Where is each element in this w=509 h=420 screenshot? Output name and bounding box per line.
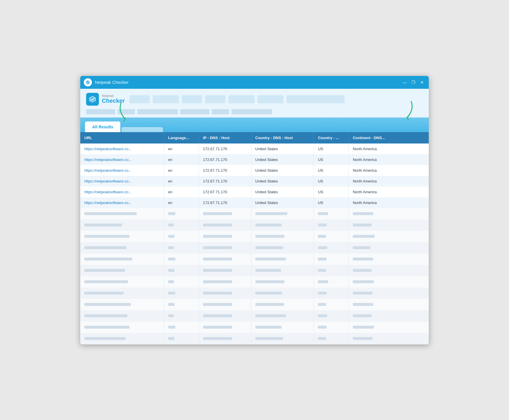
skeleton-cell — [251, 322, 314, 333]
cell-country: US — [314, 165, 349, 176]
skeleton-cell — [314, 242, 349, 254]
minimize-button[interactable]: — — [401, 79, 408, 86]
window-controls: — ❐ ✕ — [401, 79, 425, 86]
cell-url: https://netpeaksoftware.co... — [80, 187, 164, 197]
cell-language: en — [164, 154, 199, 165]
skeleton-cell — [199, 265, 251, 276]
table-row: https://netpeaksoftware.co... en 172.67.… — [80, 197, 429, 208]
cell-country: US — [314, 154, 349, 165]
skeleton-cell — [164, 322, 199, 333]
subbar-6 — [232, 109, 272, 114]
skeleton-row — [80, 254, 429, 265]
skeleton-row — [80, 322, 429, 333]
skeleton-cell — [251, 231, 314, 242]
skeleton-cell — [314, 254, 349, 265]
skeleton-cell — [164, 333, 199, 344]
skeleton-cell — [80, 322, 164, 333]
cell-country: US — [314, 187, 349, 197]
brand-name: Netpeak — [102, 94, 125, 98]
skeleton-cell — [251, 265, 314, 276]
skeleton-cell — [199, 310, 251, 322]
skeleton-cell — [348, 208, 429, 219]
cell-url: https://netpeaksoftware.co... — [80, 165, 164, 176]
col-header-continent: Continent - DNS... — [348, 132, 429, 143]
skeleton-cell — [251, 310, 314, 322]
cell-country-dns: United States — [251, 176, 314, 187]
cell-continent: North America — [348, 165, 429, 176]
skeleton-cell — [199, 242, 251, 254]
skeleton-cell — [314, 310, 349, 322]
subbar-1 — [86, 109, 115, 114]
cell-country: US — [314, 176, 349, 187]
toolbar-placeholder-7 — [286, 95, 345, 103]
skeleton-row — [80, 231, 429, 242]
app-icon — [84, 78, 92, 86]
cell-country: US — [314, 197, 349, 208]
skeleton-cell — [348, 310, 429, 322]
toolbar-placeholder-5 — [228, 95, 254, 103]
skeleton-cell — [314, 333, 349, 344]
skeleton-cell — [199, 299, 251, 310]
skeleton-cell — [251, 276, 314, 288]
skeleton-cell — [164, 288, 199, 299]
cell-continent: North America — [348, 143, 429, 154]
skeleton-cell — [80, 219, 164, 231]
cell-url: https://netpeaksoftware.co... — [80, 143, 164, 154]
close-button[interactable]: ✕ — [419, 79, 425, 86]
skeleton-cell — [348, 276, 429, 288]
skeleton-cell — [314, 299, 349, 310]
skeleton-cell — [314, 288, 349, 299]
skeleton-cell — [348, 242, 429, 254]
header-toolbar — [129, 95, 423, 103]
skeleton-cell — [80, 208, 164, 219]
toolbar-placeholder-3 — [182, 95, 202, 103]
table-row: https://netpeaksoftware.co... en 172.67.… — [80, 154, 429, 165]
cell-ip: 172.67.71.170 — [199, 165, 251, 176]
subbar-5 — [212, 109, 229, 114]
skeleton-cell — [314, 208, 349, 219]
results-table: URL Language... IP - DNS : Host Country … — [80, 132, 429, 344]
skeleton-cell — [251, 208, 314, 219]
cell-continent: North America — [348, 187, 429, 197]
cell-ip: 172.67.71.170 — [199, 176, 251, 187]
cell-country-dns: United States — [251, 187, 314, 197]
skeleton-cell — [80, 333, 164, 344]
skeleton-cell — [348, 299, 429, 310]
skeleton-cell — [80, 242, 164, 254]
skeleton-cell — [314, 219, 349, 231]
skeleton-cell — [199, 208, 251, 219]
skeleton-cell — [199, 333, 251, 344]
skeleton-cell — [348, 333, 429, 344]
cell-url: https://netpeaksoftware.co... — [80, 154, 164, 165]
skeleton-cell — [164, 299, 199, 310]
tab-inactive[interactable] — [122, 127, 163, 132]
cell-continent: North America — [348, 154, 429, 165]
table-row: https://netpeaksoftware.co... en 172.67.… — [80, 187, 429, 197]
skeleton-cell — [251, 242, 314, 254]
skeleton-row — [80, 299, 429, 310]
skeleton-cell — [251, 333, 314, 344]
col-header-url: URL — [80, 132, 164, 143]
cell-language: en — [164, 176, 199, 187]
cell-continent: North America — [348, 176, 429, 187]
skeleton-cell — [80, 288, 164, 299]
skeleton-cell — [251, 219, 314, 231]
skeleton-row — [80, 333, 429, 344]
skeleton-cell — [199, 254, 251, 265]
skeleton-cell — [314, 276, 349, 288]
skeleton-cell — [199, 322, 251, 333]
subbar-3 — [137, 109, 178, 114]
skeleton-cell — [314, 231, 349, 242]
skeleton-cell — [348, 219, 429, 231]
col-header-country-dns: Country - DNS : Host — [251, 132, 314, 143]
skeleton-cell — [348, 265, 429, 276]
skeleton-cell — [348, 231, 429, 242]
skeleton-cell — [164, 310, 199, 322]
cell-language: en — [164, 197, 199, 208]
cell-language: en — [164, 143, 199, 154]
skeleton-cell — [199, 276, 251, 288]
skeleton-cell — [314, 265, 349, 276]
maximize-button[interactable]: ❐ — [410, 79, 417, 86]
skeleton-cell — [251, 299, 314, 310]
skeleton-cell — [80, 265, 164, 276]
